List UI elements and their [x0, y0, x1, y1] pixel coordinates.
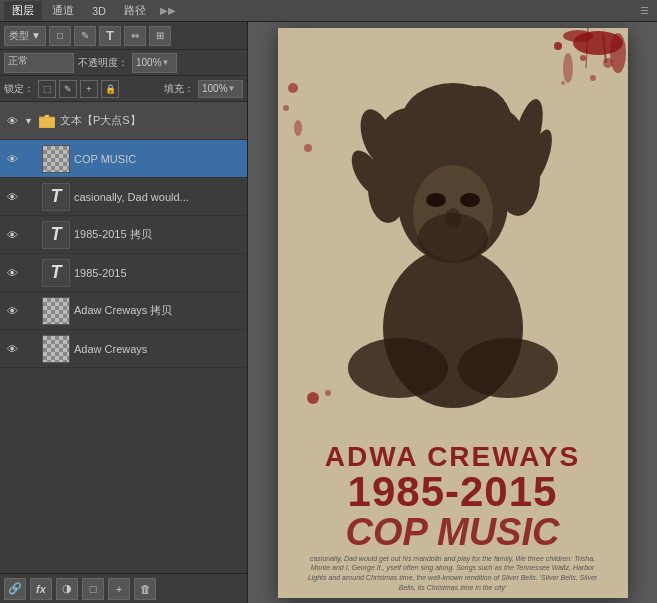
layer-adaw-copy[interactable]: 👁 Adaw Creways 拷贝: [0, 292, 247, 330]
link-btn[interactable]: 🔗: [4, 578, 26, 600]
svg-point-24: [403, 83, 503, 153]
tab-overflow-arrow[interactable]: ▶▶: [156, 5, 180, 16]
trash-btn[interactable]: 🗑: [134, 578, 156, 600]
link-tool-btn[interactable]: ⊞: [149, 26, 171, 46]
svg-point-33: [460, 193, 480, 207]
layer-name-1985c: 1985-2015 拷贝: [74, 227, 243, 242]
brush-tool-btn[interactable]: ✎: [74, 26, 96, 46]
layer-group-wenben[interactable]: 👁 ▼ 文本【P大点S】: [0, 102, 247, 140]
lock-label: 锁定：: [4, 82, 34, 96]
tab-channels[interactable]: 通道: [44, 1, 82, 20]
eye-icon-cop[interactable]: 👁: [4, 151, 20, 167]
layer-name-adaw: Adaw Creways: [74, 343, 243, 355]
poster-cop-music: COP MUSIC: [346, 513, 560, 551]
layer-toolbar-row1: 类型 ▼ □ ✎ T ⇔ ⊞: [0, 22, 247, 50]
lock-icons-group: ⬚ ✎ + 🔒: [38, 80, 119, 98]
svg-point-35: [418, 213, 488, 263]
fill-value[interactable]: 100% ▼: [198, 80, 243, 98]
svg-rect-0: [39, 117, 55, 128]
eye-icon-group[interactable]: 👁: [4, 113, 20, 129]
layer-name-cas: casionally, Dad would...: [74, 191, 243, 203]
layer-name-adawc: Adaw Creways 拷贝: [74, 303, 243, 318]
tab-layers[interactable]: 图层: [4, 1, 42, 20]
layer-thumb-1985: T: [42, 259, 70, 287]
rect-tool-btn[interactable]: □: [49, 26, 71, 46]
expand-arrow-group[interactable]: ▼: [24, 116, 34, 126]
layer-thumb-adawc: [42, 297, 70, 325]
text-tool-btn[interactable]: T: [99, 26, 121, 46]
opacity-label: 不透明度：: [78, 56, 128, 70]
poster-artist-name: ADWA CREWAYS: [325, 443, 580, 471]
fx-btn[interactable]: fx: [30, 578, 52, 600]
svg-point-6: [603, 58, 613, 68]
svg-point-32: [426, 193, 446, 207]
svg-point-36: [348, 338, 448, 398]
svg-point-12: [288, 83, 298, 93]
eye-icon-1985[interactable]: 👁: [4, 265, 20, 281]
new-layer-btn[interactable]: +: [108, 578, 130, 600]
svg-point-3: [610, 33, 626, 73]
tab-paths[interactable]: 路径: [116, 1, 154, 20]
type-arrow: ▼: [31, 30, 41, 41]
poster: ADWA CREWAYS 1985-2015 COP MUSIC casiona…: [278, 28, 628, 598]
tab-menu-icon[interactable]: ☰: [636, 5, 653, 16]
resize-tool-btn[interactable]: ⇔: [124, 26, 146, 46]
layer-name-cop: COP MUSIC: [74, 153, 243, 165]
poster-tagline: casionally, Dad would get out his mandol…: [288, 551, 618, 596]
new-group-btn[interactable]: □: [82, 578, 104, 600]
tab-bar: 图层 通道 3D 路径 ▶▶ ☰: [0, 0, 657, 22]
layer-1985-copy[interactable]: 👁 T 1985-2015 拷贝: [0, 216, 247, 254]
layer-thumb-adaw: [42, 335, 70, 363]
lock-artboard-btn[interactable]: +: [80, 80, 98, 98]
layer-name-group: 文本【P大点S】: [60, 113, 243, 128]
layer-cop-music[interactable]: 👁 COP MUSIC: [0, 140, 247, 178]
blend-opacity-row: 正常 不透明度： 100% ▼: [0, 50, 247, 76]
type-dropdown[interactable]: 类型 ▼: [4, 26, 46, 46]
fill-label: 填充：: [164, 82, 194, 96]
svg-point-39: [325, 390, 331, 396]
poster-preview-panel: ADWA CREWAYS 1985-2015 COP MUSIC casiona…: [248, 22, 657, 603]
lock-pixels-btn[interactable]: ⬚: [38, 80, 56, 98]
lock-fill-row: 锁定： ⬚ ✎ + 🔒 填充： 100% ▼: [0, 76, 247, 102]
layer-thumb-1985c: T: [42, 221, 70, 249]
lock-all-btn[interactable]: 🔒: [101, 80, 119, 98]
layer-adaw[interactable]: 👁 Adaw Creways: [0, 330, 247, 368]
main-area: 类型 ▼ □ ✎ T ⇔ ⊞ 正常 不透明度： 100% ▼ 锁定： ⬚: [0, 22, 657, 603]
eye-icon-1985c[interactable]: 👁: [4, 227, 20, 243]
layer-casionally[interactable]: 👁 T casionally, Dad would...: [0, 178, 247, 216]
layer-1985[interactable]: 👁 T 1985-2015: [0, 254, 247, 292]
new-fill-btn[interactable]: ◑: [56, 578, 78, 600]
figure-silhouette: [308, 28, 598, 408]
folder-icon-group: [38, 112, 56, 130]
svg-point-13: [283, 105, 289, 111]
blend-mode-label: 正常: [8, 55, 28, 66]
layer-thumb-cas: T: [42, 183, 70, 211]
lock-position-btn[interactable]: ✎: [59, 80, 77, 98]
eye-icon-adawc[interactable]: 👁: [4, 303, 20, 319]
opacity-value[interactable]: 100% ▼: [132, 53, 177, 73]
poster-text-area: ADWA CREWAYS 1985-2015 COP MUSIC casiona…: [278, 438, 628, 598]
svg-point-14: [294, 120, 302, 136]
type-label: 类型: [9, 29, 29, 43]
layer-thumb-cop: [42, 145, 70, 173]
layers-panel: 类型 ▼ □ ✎ T ⇔ ⊞ 正常 不透明度： 100% ▼ 锁定： ⬚: [0, 22, 248, 603]
bottom-toolbar: 🔗 fx ◑ □ + 🗑: [0, 573, 247, 603]
blend-mode-select[interactable]: 正常: [4, 53, 74, 73]
layers-list: 👁 ▼ 文本【P大点S】 👁 COP MUSIC 👁: [0, 102, 247, 573]
layer-name-1985: 1985-2015: [74, 267, 243, 279]
tab-3d[interactable]: 3D: [84, 3, 114, 19]
splatter-body: [298, 378, 348, 418]
poster-years: 1985-2015: [348, 471, 558, 513]
svg-point-37: [458, 338, 558, 398]
eye-icon-cas[interactable]: 👁: [4, 189, 20, 205]
svg-point-38: [307, 392, 319, 404]
eye-icon-adaw[interactable]: 👁: [4, 341, 20, 357]
